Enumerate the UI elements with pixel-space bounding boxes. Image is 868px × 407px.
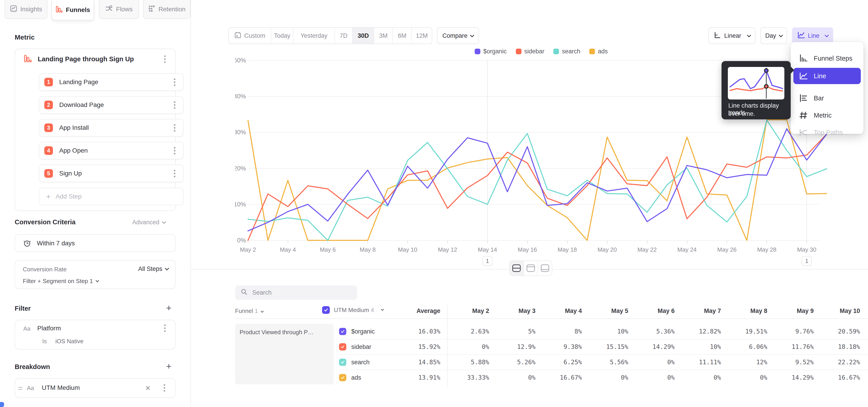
filter-card[interactable]: Aa Platform Is iOS Native: [15, 320, 176, 350]
metric-icon: [799, 111, 808, 120]
funnel-step-5[interactable]: 5Sign Up: [39, 165, 184, 182]
add-step-button[interactable]: + Add Step: [39, 188, 184, 205]
column-header-may-8[interactable]: May 8: [750, 308, 767, 315]
scrollbar-thumb[interactable]: [0, 402, 4, 407]
range-6m[interactable]: 6M: [393, 28, 412, 44]
tab-retention[interactable]: Retention: [143, 0, 191, 19]
cell-value: 10%: [710, 343, 721, 350]
layout-split-button[interactable]: [510, 261, 524, 275]
cell-value: 0%: [667, 374, 675, 381]
funnel-step-1[interactable]: 1Landing Page: [39, 73, 184, 91]
cell-value: 9.76%: [795, 328, 813, 335]
layout-chart-only-button[interactable]: [524, 261, 538, 275]
tab-label: Funnels: [66, 6, 90, 13]
table-row-organic[interactable]: $organic: [339, 324, 375, 339]
filter-kebab-icon[interactable]: [164, 327, 166, 329]
legend-label: $organic: [483, 48, 507, 55]
row-checkbox[interactable]: [339, 374, 346, 381]
filter-heading: Filter: [15, 305, 31, 312]
legend-item-sidebar[interactable]: sidebar: [516, 48, 545, 55]
interval-button[interactable]: Day: [761, 27, 787, 44]
column-header-average[interactable]: Average: [416, 308, 440, 315]
conversion-window[interactable]: Within 7 days: [15, 234, 176, 252]
advanced-toggle[interactable]: Advanced: [132, 219, 165, 226]
close-icon[interactable]: ✕: [145, 384, 151, 392]
column-header-may-4[interactable]: May 4: [565, 308, 582, 315]
filter-segment-toggle[interactable]: Filter + Segment on Step 1: [23, 278, 98, 285]
menu-item-funnel-steps[interactable]: Funnel Steps: [794, 50, 861, 66]
range-label: Today: [274, 32, 290, 39]
funnel-step-3[interactable]: 3App Install: [39, 119, 184, 136]
funnel-kebab-icon[interactable]: [164, 58, 166, 60]
tab-funnels[interactable]: Funnels: [52, 0, 94, 20]
breakdown-kebab-icon[interactable]: [164, 387, 165, 389]
cell-value: 12.82%: [699, 328, 721, 335]
range-3m[interactable]: 3M: [374, 28, 393, 44]
breakdown-column-header[interactable]: UTM Medium 4: [322, 306, 383, 314]
step-kebab-icon[interactable]: [174, 127, 176, 129]
range-12m[interactable]: 12M: [412, 28, 432, 44]
range-30d[interactable]: 30D: [352, 28, 374, 44]
step-kebab-icon[interactable]: [174, 104, 176, 106]
layout-table-only-button[interactable]: [538, 261, 552, 275]
column-header-may-6[interactable]: May 6: [657, 308, 675, 315]
drag-handle-icon[interactable]: [18, 387, 22, 388]
table-search-input[interactable]: Search: [235, 285, 357, 300]
svg-text:May 26: May 26: [717, 246, 737, 253]
add-filter-button[interactable]: +: [166, 303, 171, 313]
menu-item-line[interactable]: Line: [794, 68, 861, 84]
range-custom[interactable]: Custom: [229, 28, 271, 44]
step-kebab-icon[interactable]: [174, 82, 176, 83]
menu-item-label: Top Paths: [814, 129, 843, 136]
add-breakdown-button[interactable]: +: [166, 361, 171, 372]
funnel-step-4[interactable]: 4App Open: [39, 142, 184, 159]
column-header-may-2[interactable]: May 2: [472, 308, 489, 315]
menu-item-metric[interactable]: Metric: [794, 107, 861, 123]
funnel-column-header[interactable]: Funnel 1: [235, 308, 264, 315]
table-row-sidebar[interactable]: sidebar: [339, 339, 371, 354]
table-row-ads[interactable]: ads: [339, 370, 361, 385]
step-label: Sign Up: [59, 170, 174, 177]
tab-flows[interactable]: Flows: [99, 0, 139, 19]
cell-value: 16.67%: [838, 374, 860, 381]
cell-value: 0%: [621, 374, 628, 381]
svg-text:1: 1: [486, 258, 489, 264]
range-label: 3M: [379, 32, 388, 39]
table-row-search[interactable]: search: [339, 354, 370, 370]
select-all-checkbox[interactable]: [322, 306, 330, 314]
range-today[interactable]: Today: [271, 28, 293, 44]
legend-item-search[interactable]: search: [553, 48, 580, 55]
column-header-may-3[interactable]: May 3: [519, 308, 535, 315]
chevron-down-icon: [96, 279, 99, 282]
range-yesterday[interactable]: Yesterday: [293, 28, 335, 44]
column-header-may-7[interactable]: May 7: [704, 308, 721, 315]
row-checkbox[interactable]: [339, 328, 346, 335]
svg-text:40%: 40%: [235, 93, 246, 100]
cell-value: 6.25%: [563, 358, 582, 366]
cell-value: 0%: [482, 343, 489, 350]
step-kebab-icon[interactable]: [174, 173, 176, 174]
range-label: Yesterday: [301, 32, 327, 39]
funnel-cell[interactable]: Product Viewed through P…: [235, 324, 334, 384]
chart-type-button[interactable]: Line: [792, 27, 833, 44]
range-7d[interactable]: 7D: [335, 28, 352, 44]
legend-item-organic[interactable]: $organic: [475, 48, 507, 55]
compare-button[interactable]: Compare: [437, 27, 479, 44]
row-checkbox[interactable]: [339, 358, 346, 366]
column-header-may-5[interactable]: May 5: [611, 308, 628, 315]
step-kebab-icon[interactable]: [174, 150, 176, 152]
scale-button[interactable]: Linear: [708, 27, 755, 44]
tab-insights[interactable]: Insights: [4, 0, 48, 19]
menu-item-bar[interactable]: Bar: [794, 90, 861, 106]
conversion-rate-selector[interactable]: All Steps: [138, 265, 168, 273]
cell-value: 0%: [528, 374, 536, 381]
legend-swatch: [589, 49, 595, 54]
legend-item-ads[interactable]: ads: [589, 48, 608, 55]
funnel-step-2[interactable]: 2Download Page: [39, 96, 184, 114]
row-checkbox[interactable]: [339, 343, 346, 350]
breakdown-card[interactable]: Aa UTM Medium ✕: [15, 378, 176, 398]
column-header-may-9[interactable]: May 9: [797, 308, 814, 315]
conversion-criteria-heading: Conversion Criteria: [15, 218, 75, 226]
svg-text:May 30: May 30: [797, 246, 816, 253]
column-header-may-10[interactable]: May 10: [840, 308, 860, 315]
